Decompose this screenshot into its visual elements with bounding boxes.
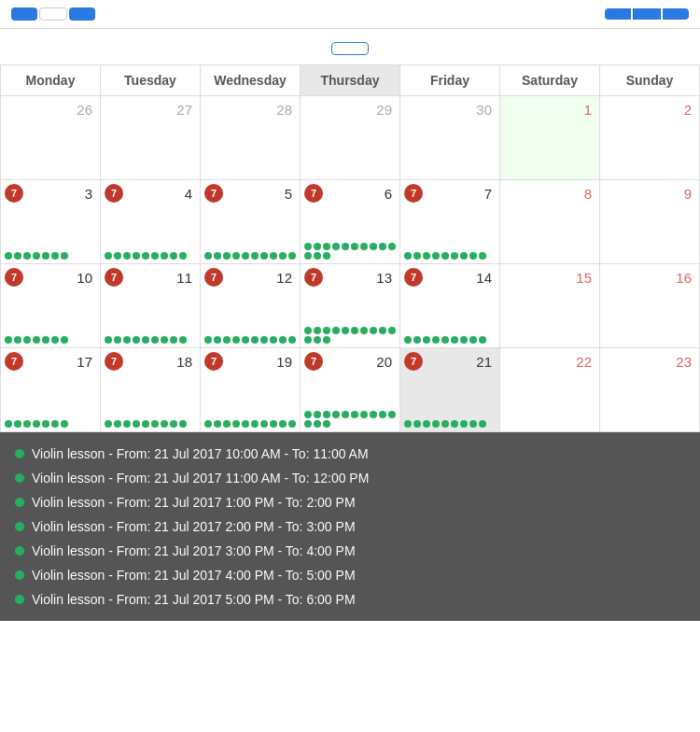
calendar-cell[interactable]: 714: [400, 264, 500, 348]
calendar-cell[interactable]: 720: [301, 348, 400, 432]
event-dot: [5, 420, 12, 428]
day-number: 1: [504, 100, 595, 118]
event-dot: [123, 420, 131, 428]
event-dot: [360, 327, 368, 334]
event-badge: 7: [204, 352, 223, 371]
event-dot: [441, 252, 449, 260]
event-text: Violin lesson - From: 21 Jul 2017 1:00 P…: [32, 495, 356, 510]
event-dot: [42, 336, 49, 344]
event-dot: [105, 420, 112, 428]
calendar-cell[interactable]: 719: [201, 348, 301, 432]
event-dots: [103, 418, 198, 428]
calendar-cell[interactable]: 27: [101, 96, 201, 180]
event-dot: [23, 336, 31, 344]
event-indicator-dot: [15, 449, 24, 458]
calendar-cell[interactable]: 77: [400, 180, 500, 264]
event-badge: 7: [304, 268, 323, 287]
previous-button[interactable]: [11, 7, 37, 21]
event-dot: [114, 420, 121, 428]
event-list-item: Violin lesson - From: 21 Jul 2017 5:00 P…: [15, 587, 685, 612]
calendar-cell[interactable]: 15: [500, 264, 600, 348]
event-badge: 7: [5, 184, 23, 203]
event-dot: [214, 420, 221, 428]
event-dot: [223, 336, 231, 344]
calendar-cell[interactable]: 1: [500, 96, 600, 180]
calendar-cell[interactable]: 713: [301, 264, 400, 348]
event-dot: [370, 243, 377, 250]
calendar-cell[interactable]: 28: [201, 96, 301, 180]
calendar-cell[interactable]: 8: [500, 180, 600, 264]
event-badge: 7: [105, 184, 123, 203]
event-badge: 7: [5, 268, 23, 287]
day-number: 16: [604, 268, 695, 286]
calendar-cell[interactable]: 22: [500, 348, 600, 432]
event-dots: [302, 409, 398, 428]
calendar-cell[interactable]: 76: [301, 180, 400, 264]
event-list-item: Violin lesson - From: 21 Jul 2017 2:00 P…: [15, 514, 685, 539]
event-dot: [314, 420, 321, 428]
event-dot: [379, 243, 386, 250]
event-dot: [360, 411, 368, 418]
calendar-cell[interactable]: 74: [101, 180, 201, 264]
event-dot: [304, 336, 312, 344]
calendar-cell[interactable]: 26: [1, 96, 101, 180]
event-dot: [323, 336, 330, 344]
calendar-cell[interactable]: 75: [201, 180, 301, 264]
event-text: Violin lesson - From: 21 Jul 2017 4:00 P…: [32, 568, 356, 583]
event-dot: [323, 420, 330, 428]
event-dots: [302, 325, 398, 344]
month-button[interactable]: [605, 8, 631, 20]
calendar-header-row: Monday Tuesday Wednesday Thursday Friday…: [1, 65, 700, 96]
event-dots: [3, 250, 98, 260]
event-dot: [304, 243, 312, 250]
event-dot: [251, 252, 259, 260]
event-dot: [151, 252, 159, 260]
event-dot: [314, 243, 321, 250]
event-dot: [33, 252, 40, 260]
calendar-cell[interactable]: 710: [1, 264, 101, 348]
event-dot: [105, 336, 112, 344]
calendar-cell[interactable]: 721: [400, 348, 500, 432]
event-text: Violin lesson - From: 21 Jul 2017 5:00 P…: [32, 592, 356, 607]
event-dot: [404, 252, 412, 260]
col-tuesday: Tuesday: [101, 65, 201, 96]
event-dots: [103, 250, 198, 260]
event-dot: [404, 420, 412, 428]
event-badge: 7: [105, 268, 123, 287]
calendar-cell[interactable]: 711: [101, 264, 201, 348]
event-dot: [204, 252, 212, 260]
calendar-cell[interactable]: 9: [600, 180, 700, 264]
calendar-cell[interactable]: 712: [201, 264, 301, 348]
calendar-cell[interactable]: 29: [301, 96, 400, 180]
calendar-cell[interactable]: 30: [400, 96, 500, 180]
event-list-item: Violin lesson - From: 21 Jul 2017 1:00 P…: [15, 490, 685, 514]
event-dot: [469, 336, 477, 344]
calendar-cell[interactable]: 73: [1, 180, 101, 264]
event-dot: [260, 252, 268, 260]
event-dot: [33, 336, 40, 344]
event-dot: [251, 420, 259, 428]
today-button[interactable]: [39, 7, 67, 21]
next-button[interactable]: [69, 7, 95, 21]
calendar-cell[interactable]: 718: [101, 348, 201, 432]
event-dot: [332, 327, 340, 334]
violin-lesson-filter[interactable]: [331, 42, 369, 55]
calendar-cell[interactable]: 2: [600, 96, 700, 180]
event-indicator-dot: [15, 595, 24, 604]
event-dot: [33, 420, 40, 428]
calendar-cell[interactable]: 16: [600, 264, 700, 348]
event-dot: [270, 336, 277, 344]
event-dot: [23, 252, 31, 260]
event-dot: [423, 252, 430, 260]
week-button[interactable]: [633, 8, 661, 20]
event-dot: [360, 243, 368, 250]
event-dot: [179, 252, 187, 260]
event-dot: [323, 327, 330, 334]
col-friday: Friday: [400, 65, 500, 96]
event-dot: [441, 420, 449, 428]
day-button[interactable]: [663, 8, 689, 20]
calendar-cell[interactable]: 23: [600, 348, 700, 432]
calendar-cell[interactable]: 717: [1, 348, 101, 432]
event-dot: [351, 411, 358, 418]
event-dot: [5, 336, 12, 344]
